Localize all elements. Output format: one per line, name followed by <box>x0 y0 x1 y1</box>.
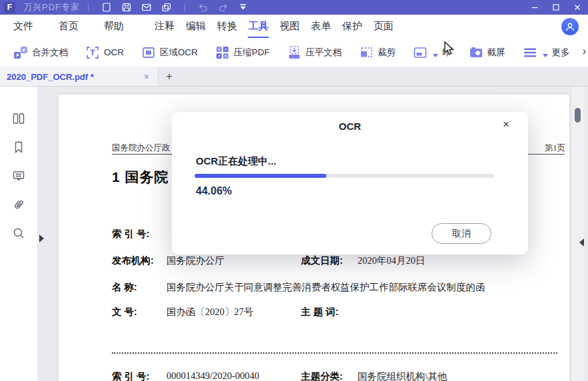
attachment-icon[interactable] <box>11 196 27 212</box>
menu-page[interactable]: 页面 <box>372 19 395 34</box>
close-button[interactable] <box>567 0 588 15</box>
menu-tools[interactable]: 工具 <box>247 19 270 34</box>
field-row: 名 称: 国务院办公厅关于同意调整完善消费者权益保护工作部际联席会议制度的函 <box>112 281 564 294</box>
compress-pdf-icon <box>215 46 230 59</box>
left-sidebar <box>0 87 38 381</box>
screenshot-button[interactable]: 截屏 <box>469 46 505 59</box>
area-ocr-button[interactable]: 区域OCR <box>141 46 198 59</box>
email-icon[interactable] <box>137 0 156 15</box>
flatten-document-icon <box>287 46 302 59</box>
document-heading: 1 国务院 <box>112 168 169 187</box>
ocr-percent-label: 44.06% <box>196 185 232 197</box>
mouse-cursor-icon <box>443 41 455 59</box>
menu-convert[interactable]: 转换 <box>216 19 238 34</box>
more-tools-button[interactable]: 更多 <box>523 46 569 59</box>
panel-collapse-handle[interactable] <box>579 238 584 246</box>
divider <box>88 3 89 11</box>
crop-icon <box>359 46 374 59</box>
area-ocr-icon <box>141 46 156 59</box>
collapse-toolbar-icon[interactable] <box>233 0 253 15</box>
menu-edit[interactable]: 编辑 <box>184 19 207 34</box>
new-document-icon[interactable] <box>97 0 117 15</box>
user-avatar-icon[interactable] <box>561 18 579 35</box>
scrollbar-thumb[interactable] <box>575 108 581 123</box>
menu-form[interactable]: 表单 <box>310 19 332 34</box>
cancel-button[interactable]: 取消 <box>432 223 491 244</box>
maximize-button[interactable] <box>545 0 567 15</box>
comment-icon[interactable] <box>11 168 27 184</box>
new-tab-button[interactable]: + <box>158 67 180 86</box>
tabbar: 2020_PDF_OCR.pdf * × + <box>0 67 588 87</box>
sidebar-expand-handle[interactable] <box>39 234 44 242</box>
bookmark-icon[interactable] <box>11 139 27 155</box>
dotted-divider <box>112 352 557 354</box>
print-icon[interactable] <box>156 0 176 15</box>
redo-icon[interactable] <box>213 0 233 15</box>
dialog-title: OCR <box>172 121 528 132</box>
watermark-icon <box>413 46 428 59</box>
dialog-close-icon[interactable]: × <box>503 118 509 131</box>
ocr-progress-fill <box>194 174 326 178</box>
minimize-button[interactable] <box>524 0 545 15</box>
field-row: 文 号: 国办函〔2020〕27号 主 题 词: <box>112 306 564 319</box>
flatten-document-button[interactable]: 压平文档 <box>287 46 342 59</box>
menu-home[interactable]: 首页 <box>57 19 80 34</box>
compress-pdf-button[interactable]: 压缩PDF <box>215 46 270 59</box>
page-header-left: 国务院办公厅政 <box>112 143 170 154</box>
ocr-button[interactable]: OCR <box>85 46 124 59</box>
titlebar: F 万兴PDF专家 <box>0 0 588 15</box>
thumbnails-icon[interactable] <box>11 111 27 127</box>
ocr-status-text: OCR正在处理中... <box>196 155 276 168</box>
document-tab[interactable]: 2020_PDF_OCR.pdf * × <box>0 67 158 86</box>
scrollbar-track[interactable] <box>571 87 585 381</box>
menu-protect[interactable]: 保护 <box>341 19 364 34</box>
crop-button[interactable]: 裁剪 <box>359 46 396 59</box>
menu-comment[interactable]: 注释 <box>153 19 176 34</box>
save-icon[interactable] <box>117 0 137 15</box>
menu-view[interactable]: 视图 <box>278 19 301 34</box>
menubar: 文件 首页 帮助 注释 编辑 转换 工具 视图 表单 保护 页面 <box>0 15 588 38</box>
tab-close-icon[interactable]: × <box>142 71 151 82</box>
divider <box>184 3 185 11</box>
toolbar-overflow-arrow[interactable]: › <box>583 45 586 57</box>
ocr-dialog: OCR × OCR正在处理中... 44.06% 取消 <box>172 112 528 254</box>
tab-title: 2020_PDF_OCR.pdf * <box>7 72 142 82</box>
field-row: 索 引 号: 000014349/2020-00040 主题分类: 国务院组织机… <box>112 370 564 381</box>
chevron-down-icon[interactable] <box>543 54 548 57</box>
ocr-icon <box>85 46 100 59</box>
menu-file[interactable]: 文件 <box>12 19 35 34</box>
more-lines-icon <box>523 46 537 59</box>
menu-help[interactable]: 帮助 <box>103 19 125 34</box>
ocr-progress-track <box>194 174 494 178</box>
app-title: 万兴PDF专家 <box>23 1 80 13</box>
chevron-down-icon[interactable] <box>433 54 438 57</box>
tools-toolbar: 合并文档 OCR 区域OCR 压缩 <box>0 38 588 67</box>
merge-documents-icon <box>13 46 28 59</box>
page-number: 第1页 <box>545 143 565 154</box>
undo-icon[interactable] <box>193 0 213 15</box>
merge-documents-button[interactable]: 合并文档 <box>13 46 68 59</box>
search-icon[interactable] <box>11 225 27 241</box>
app-logo-icon: F <box>4 2 15 13</box>
field-row: 发布机构: 国务院办公厅 成文日期: 2020年04月20日 <box>112 254 564 268</box>
screenshot-icon <box>469 46 483 59</box>
